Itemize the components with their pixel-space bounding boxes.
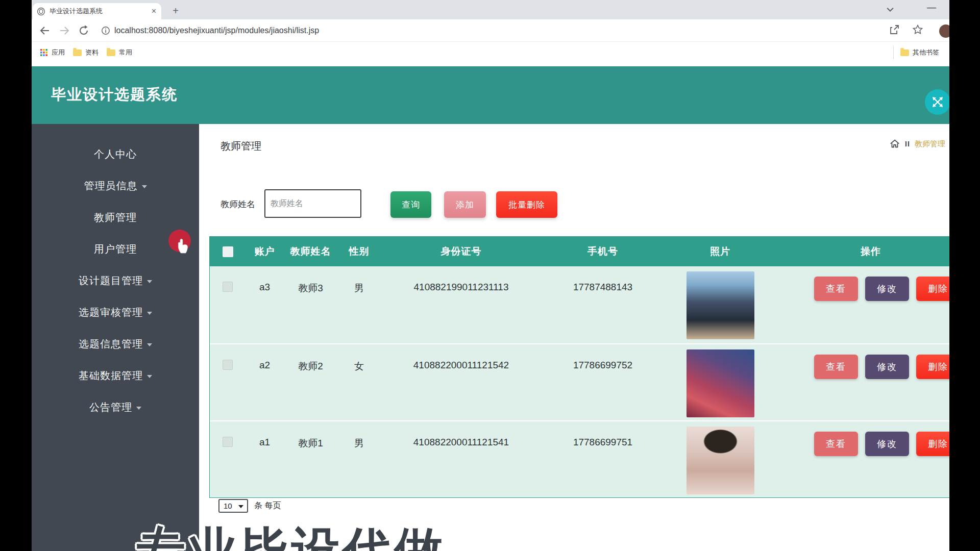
share-icon[interactable] — [888, 23, 900, 36]
page-title: 教师管理 — [220, 139, 261, 153]
page-size-unit: 条 每页 — [254, 500, 281, 511]
page-size-value: 10 — [224, 502, 232, 510]
address-bar-actions — [888, 23, 924, 36]
expand-button[interactable] — [925, 89, 950, 115]
sidebar-item-label: 公告管理 — [89, 400, 132, 414]
bookmark-folder[interactable]: 资料 — [73, 48, 99, 57]
row-checkbox[interactable] — [223, 282, 233, 292]
sidebar-item-topic-info-management[interactable]: 选题信息管理 — [32, 328, 199, 360]
caret-down-icon — [142, 185, 147, 188]
hand-cursor-icon — [176, 238, 191, 256]
other-bookmarks[interactable]: 其他书签 — [900, 48, 939, 57]
col-header-phone: 手机号 — [542, 245, 664, 258]
bookmark-label: 资料 — [85, 48, 99, 57]
screen: 毕业设计选题系统 × + — — [0, 0, 980, 551]
new-tab-button[interactable]: + — [168, 4, 183, 18]
sidebar-item-label: 个人中心 — [94, 147, 137, 161]
sidebar-item-base-data-management[interactable]: 基础数据管理 — [32, 360, 199, 391]
view-button[interactable]: 查看 — [814, 355, 858, 379]
view-button[interactable]: 查看 — [814, 432, 858, 456]
letterbox-right — [949, 0, 980, 551]
cell-gender: 女 — [337, 344, 381, 420]
browser-tab[interactable]: 毕业设计选题系统 × — [33, 3, 161, 19]
edit-button[interactable]: 修改 — [865, 432, 909, 456]
breadcrumb: II 教师管理 — [889, 138, 945, 149]
bookmark-apps-label: 应用 — [52, 48, 65, 57]
teacher-photo — [687, 427, 754, 494]
main-content: 教师管理 II 教师管理 教师姓名 查询 添加 批量删除 账户 教师姓名 — [199, 124, 966, 551]
sidebar-item-label: 选题审核管理 — [79, 306, 143, 319]
cell-id-number: 410882200011121541 — [381, 421, 542, 497]
caret-down-icon — [147, 280, 152, 283]
table-row: a2 教师2 女 410882200011121542 17786699752 … — [210, 343, 964, 420]
other-bookmarks-label: 其他书签 — [913, 48, 939, 57]
col-header-teacher-name: 教师姓名 — [284, 245, 337, 258]
sidebar-item-topic-review-management[interactable]: 选题审核管理 — [32, 296, 199, 328]
sidebar-item-personal-center[interactable]: 个人中心 — [32, 138, 199, 170]
expand-arrows-icon — [931, 95, 944, 109]
sidebar-item-announcement-management[interactable]: 公告管理 — [32, 391, 199, 423]
bookmark-label: 常用 — [119, 48, 132, 57]
home-icon[interactable] — [889, 138, 900, 149]
sidebar-item-label: 用户管理 — [94, 242, 137, 256]
col-header-photo: 照片 — [664, 245, 776, 258]
cell-gender: 男 — [337, 266, 381, 343]
url-text[interactable]: localhost:8080/biyeshejixuanti/jsp/modul… — [114, 26, 319, 35]
app-header: 毕业设计选题系统 — [32, 66, 966, 124]
window-menu-chevron-icon[interactable] — [883, 2, 897, 16]
reload-icon[interactable] — [78, 24, 90, 37]
row-checkbox[interactable] — [223, 437, 233, 447]
sidebar-item-label: 设计题目管理 — [79, 274, 143, 288]
browser-window: 毕业设计选题系统 × + — — [32, 0, 966, 551]
bookmark-star-icon[interactable] — [912, 23, 924, 36]
sidebar: 个人中心 管理员信息 教师管理 用户管理 设计题目管理 选题审核管理 选题信息管… — [32, 124, 199, 551]
caret-down-icon — [147, 375, 152, 378]
bookmark-folder[interactable]: 常用 — [107, 48, 132, 57]
table-row: a3 教师3 男 410882199011231113 17787488143 … — [210, 266, 964, 343]
cursor-highlight — [168, 230, 191, 252]
breadcrumb-current[interactable]: 教师管理 — [915, 139, 945, 149]
sidebar-item-label: 基础数据管理 — [79, 369, 143, 383]
apps-grid-icon — [40, 48, 48, 57]
tab-strip: 毕业设计选题系统 × + — — [32, 0, 966, 19]
letterbox-left — [0, 0, 32, 551]
row-checkbox[interactable] — [223, 360, 233, 370]
page-size-select[interactable]: 10 — [218, 499, 248, 513]
select-all-checkbox[interactable] — [223, 246, 233, 257]
sidebar-item-teacher-management[interactable]: 教师管理 — [32, 202, 199, 233]
sidebar-item-admin-info[interactable]: 管理员信息 — [32, 170, 199, 202]
cell-phone: 17786699751 — [542, 421, 664, 497]
view-button[interactable]: 查看 — [814, 277, 858, 301]
cell-account: a1 — [246, 421, 284, 497]
teacher-name-input[interactable] — [264, 189, 361, 218]
sidebar-item-design-topic-management[interactable]: 设计题目管理 — [32, 265, 199, 296]
bookmark-apps[interactable]: 应用 — [40, 48, 65, 57]
edit-button[interactable]: 修改 — [865, 277, 909, 301]
forward-icon[interactable] — [58, 24, 70, 37]
cell-phone: 17787488143 — [542, 266, 664, 343]
cell-teacher-name: 教师2 — [284, 344, 337, 420]
add-button[interactable]: 添加 — [444, 191, 486, 218]
edit-button[interactable]: 修改 — [865, 355, 909, 379]
bookmarks-divider — [893, 46, 894, 59]
folder-icon — [107, 49, 115, 56]
window-minimize-button[interactable]: — — [924, 0, 939, 15]
cell-id-number: 410882200011121542 — [381, 344, 542, 420]
cell-gender: 男 — [337, 421, 381, 497]
teacher-table: 账户 教师姓名 性别 身份证号 手机号 照片 操作 a3 教师3 男 41088… — [209, 236, 965, 498]
col-header-gender: 性别 — [337, 245, 381, 258]
folder-icon — [900, 49, 909, 56]
cell-account: a3 — [246, 266, 284, 343]
info-icon[interactable] — [101, 26, 110, 35]
address-bar: localhost:8080/biyeshejixuanti/jsp/modul… — [32, 19, 966, 42]
tab-close-icon[interactable]: × — [151, 7, 157, 16]
breadcrumb-separator: II — [905, 140, 910, 148]
batch-delete-button[interactable]: 批量删除 — [496, 191, 557, 218]
sidebar-item-label: 教师管理 — [94, 211, 137, 224]
watermark-text: 专业毕设代做 — [137, 518, 446, 551]
query-button[interactable]: 查询 — [390, 191, 431, 218]
back-icon[interactable] — [39, 24, 51, 37]
cell-teacher-name: 教师1 — [284, 421, 337, 497]
col-header-id-number: 身份证号 — [381, 245, 542, 258]
teacher-photo — [687, 271, 754, 339]
